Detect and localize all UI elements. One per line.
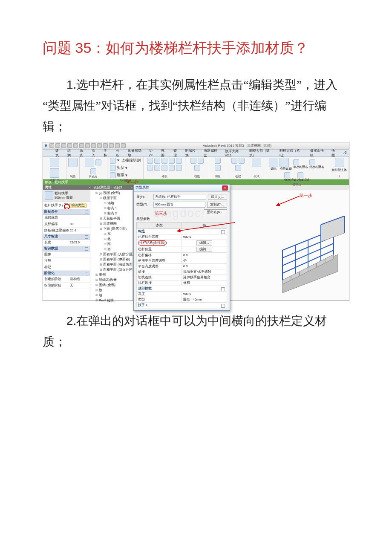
qat-measure-icon[interactable] <box>79 143 84 148</box>
prop-group[interactable]: 限制条件 <box>43 209 90 215</box>
move-icon[interactable] <box>147 158 153 164</box>
edit-path-icon[interactable] <box>269 158 278 167</box>
join-geom-icon[interactable] <box>110 172 116 178</box>
tab-plugin7[interactable]: 模 <box>341 150 349 156</box>
face1-icon[interactable] <box>293 159 299 165</box>
tree-item[interactable]: 三维视图 <box>100 221 132 226</box>
filter1-icon[interactable] <box>284 172 290 178</box>
modify-tool-icon[interactable] <box>50 158 59 167</box>
close-browser-icon[interactable]: × <box>131 185 133 190</box>
create1-icon[interactable] <box>231 158 237 164</box>
tree-item[interactable]: Revit 链接 <box>95 298 132 303</box>
quick-access-toolbar[interactable] <box>49 143 126 148</box>
split-icon[interactable] <box>176 158 182 164</box>
type-param-row[interactable]: 切线连接延伸扶手使其相交 <box>137 275 227 280</box>
cope-icon[interactable] <box>110 158 116 164</box>
trim-icon[interactable] <box>169 158 175 164</box>
group-toprail[interactable]: 顶部扶栏 <box>137 286 227 291</box>
qat-a-icon[interactable] <box>91 143 96 148</box>
qat-save-icon[interactable] <box>55 143 60 148</box>
rename-button[interactable]: 重命名(R)... <box>204 209 227 215</box>
face2-icon[interactable] <box>309 159 315 165</box>
mirror-icon[interactable] <box>147 165 153 171</box>
prop-row[interactable]: 标记 <box>43 264 90 271</box>
pick3d-icon[interactable] <box>280 158 289 167</box>
type-param-row[interactable]: 栏杆扶手高度900.0 <box>137 234 227 240</box>
paste-icon[interactable] <box>85 158 94 167</box>
type-param-row[interactable]: 类型圆形 - 40mm <box>137 297 227 302</box>
tree-item[interactable]: 标高 2 <box>104 211 132 216</box>
tree-item[interactable]: 面积平面 (人防分区面 <box>100 252 132 257</box>
prop-row[interactable]: 图像 <box>43 251 90 258</box>
array-icon[interactable] <box>161 165 167 171</box>
group-construction[interactable]: 构造 <box>137 228 227 234</box>
tree-item[interactable]: 族 <box>95 288 132 293</box>
view1-icon[interactable] <box>190 158 196 164</box>
type-param-row[interactable]: 扶栏连接修剪 <box>137 280 227 286</box>
qat-more-icon[interactable] <box>121 143 126 148</box>
view3-icon[interactable] <box>194 165 200 171</box>
rotate-icon[interactable] <box>161 158 167 164</box>
tree-item[interactable]: 立面 (建筑立面) <box>100 226 132 231</box>
tab-plugin2[interactable]: 族库大师V2.1 <box>223 148 245 158</box>
prop-group[interactable]: 阶段化 <box>43 271 90 276</box>
type-param-row[interactable]: 使用平台高度调整否 <box>137 258 227 263</box>
qat-redo-icon[interactable] <box>67 143 72 148</box>
qat-3d-icon[interactable] <box>103 143 108 148</box>
tree-item[interactable]: 面积平面 (净面积) <box>100 257 132 262</box>
create3-icon[interactable] <box>235 165 241 171</box>
prop-row[interactable]: 创建的阶段新构造 <box>43 276 90 283</box>
mode-icon[interactable] <box>252 158 261 167</box>
tree-item[interactable]: 东 <box>104 231 132 237</box>
tree-item[interactable]: 组 <box>95 293 132 298</box>
project-browser[interactable]: [0] 视图 (全部)楼层平面场地标高 1标高 2天花板平面三维视图立面 (建筑… <box>90 190 133 301</box>
pin-icon[interactable] <box>176 165 182 171</box>
tree-item[interactable]: [0] 视图 (全部) <box>95 191 132 196</box>
tree-item[interactable]: 图例 <box>95 272 132 278</box>
qat-cloud-icon[interactable] <box>97 143 102 148</box>
type-param-row[interactable]: 栏杆偏移0.0 <box>137 252 227 258</box>
type-param-row[interactable]: 栏杆位置编辑... <box>137 246 227 252</box>
tree-item[interactable]: 南 <box>104 242 132 247</box>
tree-item[interactable]: 北 <box>104 237 132 242</box>
qat-text-icon[interactable] <box>85 143 90 148</box>
properties-tool-icon[interactable] <box>50 168 59 178</box>
qat-open-icon[interactable] <box>49 143 54 148</box>
prop-row[interactable]: 踏板/梯边梁偏移25.4 <box>43 228 90 234</box>
group-handrail1[interactable]: 扶手 1 <box>137 302 227 308</box>
tree-item[interactable]: 西 <box>104 247 132 252</box>
tree-item[interactable]: 天花板平面 <box>100 216 132 221</box>
tree-item[interactable]: 楼层平面 <box>100 196 132 201</box>
edit-param-button[interactable]: 编辑... <box>196 240 212 246</box>
prop-group[interactable]: 标识数据 <box>43 246 90 251</box>
tree-item[interactable]: 图纸 (全部) <box>95 283 132 288</box>
copy2-icon[interactable] <box>154 158 160 164</box>
prop-row[interactable]: 拆除的阶段无 <box>43 283 90 289</box>
type-param-row[interactable]: 高度900.0 <box>137 291 227 297</box>
type-param-row[interactable]: 斜接添加垂直/水平线段 <box>137 269 227 275</box>
edit-type-button[interactable]: 编辑类型 <box>69 203 86 208</box>
tree-item[interactable]: 标高 1 <box>104 206 132 211</box>
duplicate-button[interactable]: 复制(D)... <box>207 202 227 208</box>
load-button[interactable]: 载入(L)... <box>208 194 227 200</box>
create2-icon[interactable] <box>239 158 245 164</box>
dialog-close-icon[interactable]: × <box>222 185 228 191</box>
cut-geom-icon[interactable] <box>110 165 116 171</box>
edit-param-button[interactable]: 编辑... <box>196 247 212 252</box>
type-prop-icon[interactable] <box>68 158 78 167</box>
prop-group[interactable]: 尺寸标注 <box>43 234 90 240</box>
qat-house-icon[interactable] <box>115 143 120 148</box>
type-param-row[interactable]: 平台高度调整0.0 <box>137 263 227 269</box>
qat-print-icon[interactable] <box>73 143 78 148</box>
prop-row[interactable]: 长度2163.9 <box>43 240 90 246</box>
close-properties-icon[interactable]: × <box>89 185 91 190</box>
tree-item[interactable]: 面积平面 (总建筑面积 <box>100 262 132 267</box>
tree-item[interactable]: 场地 <box>104 201 132 206</box>
tree-item[interactable]: 明细表/数量 <box>95 278 132 283</box>
prop-row[interactable]: 注释 <box>43 258 90 264</box>
type-dropdown[interactable]: 900mm 圆管 <box>153 202 205 208</box>
view2-icon[interactable] <box>198 158 204 164</box>
type-param-row[interactable]: 扶栏结构(非连续)编辑... <box>137 240 227 246</box>
prop-row[interactable]: 底部偏移0.0 <box>43 221 90 228</box>
measure1-icon[interactable] <box>215 158 221 164</box>
